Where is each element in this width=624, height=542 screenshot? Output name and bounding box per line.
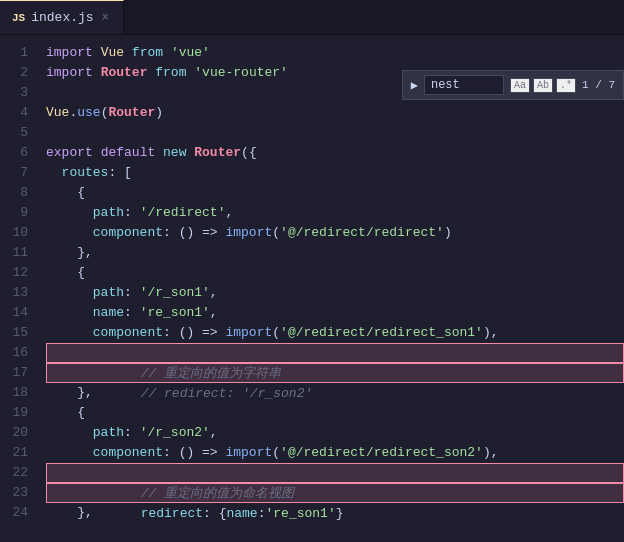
search-options: Aa Ab .*	[510, 78, 576, 93]
line-num-2: 2	[0, 63, 28, 83]
line-num-6: 6	[0, 143, 28, 163]
search-collapse-icon[interactable]: ▶	[411, 78, 418, 93]
code-line-11: },	[46, 243, 624, 263]
code-line-6: export default new Router({	[46, 143, 624, 163]
code-line-15: component: () => import('@/redirect/redi…	[46, 323, 624, 343]
code-line-12: {	[46, 263, 624, 283]
code-editor[interactable]: import Vue from 'vue' import Router from…	[38, 35, 624, 542]
search-input[interactable]	[424, 75, 504, 95]
search-bar: ▶ Aa Ab .* 1 / 7	[402, 70, 624, 100]
code-line-5	[46, 123, 624, 143]
code-line-1: import Vue from 'vue'	[46, 43, 624, 63]
line-num-10: 10	[0, 223, 28, 243]
search-result-count: 1 / 7	[582, 79, 615, 91]
code-line-22: // 重定向的值为命名视图	[46, 463, 624, 483]
code-line-8: {	[46, 183, 624, 203]
code-line-13: path: '/r_son1',	[46, 283, 624, 303]
line-num-1: 1	[0, 43, 28, 63]
line-num-21: 21	[0, 443, 28, 463]
line-num-12: 12	[0, 263, 28, 283]
line-num-23: 23	[0, 483, 28, 503]
tab-close-button[interactable]: ×	[100, 9, 111, 27]
code-line-9: path: '/redirect',	[46, 203, 624, 223]
code-line-7: routes: [	[46, 163, 624, 183]
line-num-15: 15	[0, 323, 28, 343]
line-num-18: 18	[0, 383, 28, 403]
line-num-16: 16	[0, 343, 28, 363]
line-num-11: 11	[0, 243, 28, 263]
line-numbers: 1 2 3 4 5 6 7 8 9 10 11 12 13 14 15 16 1…	[0, 35, 38, 542]
tab-js-icon: JS	[12, 12, 25, 24]
line-num-22: 22	[0, 463, 28, 483]
code-line-10: component: () => import('@/redirect/redi…	[46, 223, 624, 243]
line-num-9: 9	[0, 203, 28, 223]
code-line-20: path: '/r_son2',	[46, 423, 624, 443]
line-num-24: 24	[0, 503, 28, 523]
code-line-4: Vue.use(Router)	[46, 103, 624, 123]
search-case-sensitive[interactable]: Aa	[510, 78, 530, 93]
search-regex[interactable]: .*	[556, 78, 576, 93]
search-whole-word[interactable]: Ab	[533, 78, 553, 93]
editor-area: ▶ Aa Ab .* 1 / 7 1 2 3 4 5 6 7 8 9 10 11…	[0, 35, 624, 542]
code-line-19: {	[46, 403, 624, 423]
tab-index-js[interactable]: JS index.js ×	[0, 0, 124, 34]
code-line-21: component: () => import('@/redirect/redi…	[46, 443, 624, 463]
line-num-4: 4	[0, 103, 28, 123]
line-num-7: 7	[0, 163, 28, 183]
code-line-16: // 重定向的值为字符串	[46, 343, 624, 363]
line-num-14: 14	[0, 303, 28, 323]
code-line-14: name: 're_son1',	[46, 303, 624, 323]
line-num-3: 3	[0, 83, 28, 103]
tab-filename: index.js	[31, 10, 93, 25]
line-num-19: 19	[0, 403, 28, 423]
line-num-20: 20	[0, 423, 28, 443]
line-num-13: 13	[0, 283, 28, 303]
line-num-8: 8	[0, 183, 28, 203]
line-num-17: 17	[0, 363, 28, 383]
line-num-5: 5	[0, 123, 28, 143]
tab-bar: JS index.js ×	[0, 0, 624, 35]
